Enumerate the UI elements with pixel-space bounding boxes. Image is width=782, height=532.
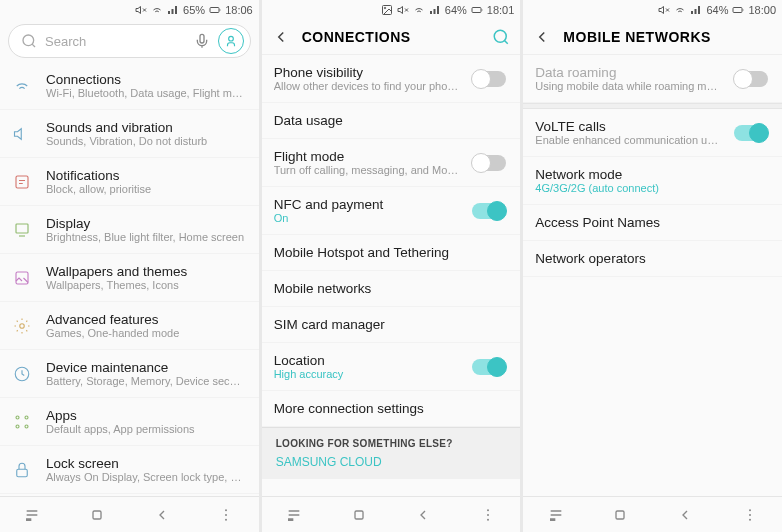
back-icon[interactable]	[533, 28, 551, 46]
nav-bar	[0, 496, 259, 532]
connection-item-subtitle: High accuracy	[274, 368, 459, 380]
toggle-switch[interactable]	[472, 71, 506, 87]
settings-item[interactable]: Device maintenance Battery, Storage, Mem…	[0, 350, 259, 398]
settings-item-title: Advanced features	[46, 312, 245, 327]
settings-item-title: Connections	[46, 72, 245, 87]
search-placeholder: Search	[45, 34, 186, 49]
recent-apps-button[interactable]	[24, 507, 40, 523]
settings-item[interactable]: Notifications Block, allow, prioritise	[0, 158, 259, 206]
network-item-title: Network mode	[535, 167, 768, 182]
network-item-subtitle: Enable enhanced communication using LTE …	[535, 134, 720, 146]
toggle-switch[interactable]	[472, 359, 506, 375]
signal-icon	[167, 4, 179, 16]
back-button[interactable]	[154, 507, 170, 523]
samsung-cloud-link[interactable]: SAMSUNG CLOUD	[276, 455, 507, 469]
phone-mobile-networks: 64% 18:00 MOBILE NETWORKS Data roamingUs…	[523, 0, 782, 532]
connection-item[interactable]: Mobile networks	[262, 271, 521, 307]
home-button[interactable]	[351, 507, 367, 523]
connection-item[interactable]: Flight modeTurn off calling, messaging, …	[262, 139, 521, 187]
recent-apps-button[interactable]	[548, 507, 564, 523]
svg-point-14	[225, 509, 227, 511]
toggle-switch[interactable]	[472, 155, 506, 171]
settings-item-subtitle: Block, allow, prioritise	[46, 183, 245, 195]
settings-item[interactable]: Wallpapers and themes Wallpapers, Themes…	[0, 254, 259, 302]
network-item[interactable]: Access Point Names	[523, 205, 782, 241]
svg-rect-5	[16, 272, 28, 284]
toggle-switch[interactable]	[472, 203, 506, 219]
settings-item-subtitle: Wi-Fi, Bluetooth, Data usage, Flight mod…	[46, 87, 245, 99]
home-button[interactable]	[89, 507, 105, 523]
settings-item[interactable]: Display Brightness, Blue light filter, H…	[0, 206, 259, 254]
page-header: MOBILE NETWORKS	[523, 20, 782, 55]
svg-rect-3	[16, 176, 28, 188]
more-button[interactable]	[218, 507, 234, 523]
search-bar[interactable]: Search	[8, 24, 251, 58]
network-item[interactable]: VoLTE callsEnable enhanced communication…	[523, 109, 782, 157]
connection-item[interactable]: Data usage	[262, 103, 521, 139]
svg-rect-0	[210, 8, 219, 13]
settings-item[interactable]: Advanced features Games, One-handed mode	[0, 302, 259, 350]
settings-item[interactable]: Sounds and vibration Sounds, Vibration, …	[0, 110, 259, 158]
connection-item-content: Flight modeTurn off calling, messaging, …	[274, 149, 459, 176]
settings-item-icon	[12, 124, 32, 144]
settings-item-title: Display	[46, 216, 245, 231]
recent-apps-button[interactable]	[286, 507, 302, 523]
connection-item-title: Flight mode	[274, 149, 459, 164]
settings-item-content: Notifications Block, allow, prioritise	[46, 168, 245, 195]
profile-avatar[interactable]	[218, 28, 244, 54]
networks-list: Data roamingUsing mobile data while roam…	[523, 55, 782, 496]
connection-item-subtitle: Allow other devices to find your phone a…	[274, 80, 459, 92]
wifi-icon	[151, 4, 163, 16]
settings-item-subtitle: Always On Display, Screen lock type, Clo…	[46, 471, 245, 483]
connection-item[interactable]: Phone visibilityAllow other devices to f…	[262, 55, 521, 103]
connection-item[interactable]: Mobile Hotspot and Tethering	[262, 235, 521, 271]
looking-for-header: LOOKING FOR SOMETHING ELSE?	[276, 438, 507, 449]
status-bar: 64% 18:01	[262, 0, 521, 20]
settings-item-content: Device maintenance Battery, Storage, Mem…	[46, 360, 245, 387]
network-item-content: Network mode4G/3G/2G (auto connect)	[535, 167, 768, 194]
toggle-switch[interactable]	[734, 125, 768, 141]
back-button[interactable]	[415, 507, 431, 523]
connection-item-title: Location	[274, 353, 459, 368]
settings-item[interactable]: Apps Default apps, App permissions	[0, 398, 259, 446]
connection-item[interactable]: LocationHigh accuracy	[262, 343, 521, 391]
settings-item[interactable]: Lock screen Always On Display, Screen lo…	[0, 446, 259, 494]
network-item-title: Access Point Names	[535, 215, 768, 230]
svg-point-11	[25, 425, 28, 428]
page-title: MOBILE NETWORKS	[563, 29, 772, 45]
network-item-content: Access Point Names	[535, 215, 768, 230]
network-item-title: Data roaming	[535, 65, 720, 80]
settings-item-subtitle: Sounds, Vibration, Do not disturb	[46, 135, 245, 147]
back-icon[interactable]	[272, 28, 290, 46]
settings-item-title: Lock screen	[46, 456, 245, 471]
svg-point-23	[487, 514, 489, 516]
search-icon[interactable]	[492, 28, 510, 46]
settings-item-content: Apps Default apps, App permissions	[46, 408, 245, 435]
toggle-switch[interactable]	[734, 71, 768, 87]
settings-item-content: Wallpapers and themes Wallpapers, Themes…	[46, 264, 245, 291]
connection-item-content: LocationHigh accuracy	[274, 353, 459, 380]
svg-point-8	[16, 416, 19, 419]
back-button[interactable]	[677, 507, 693, 523]
more-button[interactable]	[480, 507, 496, 523]
connection-item[interactable]: More connection settings	[262, 391, 521, 427]
looking-for-box: LOOKING FOR SOMETHING ELSE? SAMSUNG CLOU…	[262, 427, 521, 479]
connection-item-content: NFC and paymentOn	[274, 197, 459, 224]
settings-list: Connections Wi-Fi, Bluetooth, Data usage…	[0, 62, 259, 496]
connection-item[interactable]: NFC and paymentOn	[262, 187, 521, 235]
connection-item-content: Phone visibilityAllow other devices to f…	[274, 65, 459, 92]
user-icon	[224, 34, 238, 48]
connection-item[interactable]: SIM card manager	[262, 307, 521, 343]
settings-item[interactable]: Connections Wi-Fi, Bluetooth, Data usage…	[0, 62, 259, 110]
network-item[interactable]: Network mode4G/3G/2G (auto connect)	[523, 157, 782, 205]
battery-icon	[732, 4, 744, 16]
settings-item-icon	[12, 172, 32, 192]
settings-item-subtitle: Battery, Storage, Memory, Device securit…	[46, 375, 245, 387]
svg-point-29	[749, 518, 751, 520]
mic-icon[interactable]	[194, 33, 210, 49]
more-button[interactable]	[742, 507, 758, 523]
home-button[interactable]	[612, 507, 628, 523]
phone-connections: 64% 18:01 CONNECTIONS Phone visibilityAl…	[262, 0, 521, 532]
network-item[interactable]: Data roamingUsing mobile data while roam…	[523, 55, 782, 103]
network-item[interactable]: Network operators	[523, 241, 782, 277]
